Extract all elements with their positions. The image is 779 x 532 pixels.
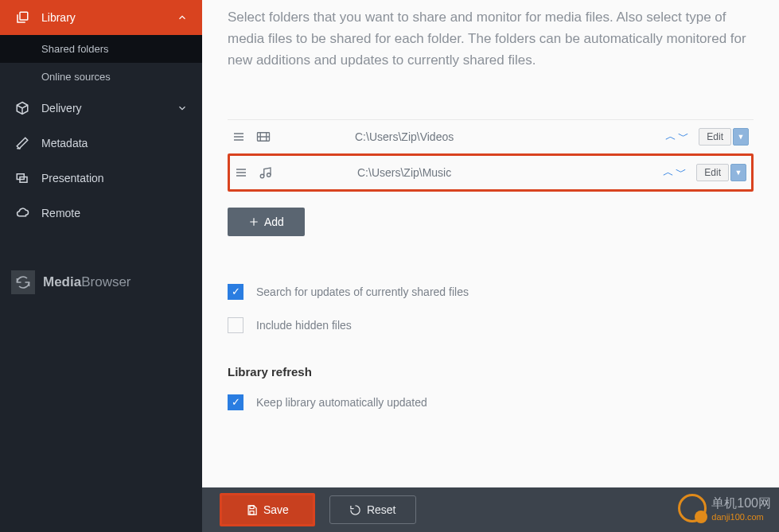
- logo-text: MediaBrowser: [43, 274, 131, 290]
- chevron-down-icon: [177, 103, 188, 114]
- folder-row: C:\Users\Zip\Videos ︿﹀ Edit ▼: [228, 119, 754, 153]
- edit-button[interactable]: Edit: [696, 164, 729, 181]
- add-button-label: Add: [264, 216, 284, 228]
- watermark-icon: [678, 494, 707, 522]
- reset-button-label: Reset: [367, 503, 396, 516]
- sync-icon: [11, 270, 35, 294]
- library-refresh-title: Library refresh: [228, 365, 754, 379]
- add-button[interactable]: Add: [228, 208, 305, 236]
- plus-icon: [248, 216, 259, 227]
- sidebar-item-label: Delivery: [41, 102, 82, 115]
- folder-path: C:\Users\Zip\Videos: [283, 130, 665, 143]
- reset-icon: [349, 504, 361, 516]
- sidebar-item-label: Presentation: [41, 172, 104, 184]
- description: Select folders that you want to share an…: [228, 0, 754, 72]
- content: Select folders that you want to share an…: [202, 0, 779, 487]
- option-hidden-files: Include hidden files: [228, 317, 754, 333]
- option-search-updates: ✓ Search for updates of currently shared…: [228, 284, 754, 300]
- copy-icon: [14, 10, 30, 25]
- option-label: Include hidden files: [256, 319, 352, 332]
- watermark: 单机100网 danji100.com: [678, 494, 771, 522]
- checkbox-hidden-files[interactable]: [228, 317, 243, 333]
- folder-row: C:\Users\Zip\Music ︿﹀ Edit ▼: [228, 153, 754, 192]
- drag-handle-icon[interactable]: [235, 166, 252, 179]
- sidebar-item-library[interactable]: Library: [0, 0, 202, 35]
- svg-rect-6: [250, 505, 254, 508]
- reset-button[interactable]: Reset: [329, 495, 416, 524]
- layers-icon: [14, 170, 30, 186]
- video-icon: [256, 130, 283, 144]
- sidebar-item-label: Library: [41, 11, 76, 24]
- svg-rect-0: [20, 12, 28, 20]
- edit-button[interactable]: Edit: [699, 128, 731, 146]
- drag-handle-icon[interactable]: [232, 130, 250, 143]
- sidebar-item-delivery[interactable]: Delivery: [0, 91, 202, 126]
- save-button[interactable]: Save: [220, 493, 315, 526]
- folder-list: C:\Users\Zip\Videos ︿﹀ Edit ▼ C:\Users\Z…: [228, 119, 754, 192]
- options: ✓ Search for updates of currently shared…: [228, 284, 754, 410]
- option-auto-update: ✓ Keep library automatically updated: [228, 394, 754, 410]
- sidebar-subitem-shared-folders[interactable]: Shared folders: [0, 35, 202, 63]
- logo: MediaBrowser: [0, 254, 202, 310]
- chevron-up-icon: [177, 12, 188, 23]
- checkbox-auto-update[interactable]: ✓: [228, 394, 243, 410]
- edit-icon: [14, 135, 30, 151]
- edit-dropdown-icon[interactable]: ▼: [730, 164, 746, 181]
- sidebar: Library Shared folders Online sources De…: [0, 0, 202, 532]
- music-icon: [259, 165, 286, 180]
- edit-dropdown-icon[interactable]: ▼: [733, 128, 749, 146]
- option-label: Keep library automatically updated: [256, 396, 427, 409]
- sidebar-item-presentation[interactable]: Presentation: [0, 161, 202, 196]
- watermark-text: 单机100网: [711, 495, 771, 512]
- sidebar-item-metadata[interactable]: Metadata: [0, 126, 202, 161]
- sidebar-subitem-online-sources[interactable]: Online sources: [0, 63, 202, 91]
- move-up-down-icon[interactable]: ︿﹀: [663, 165, 688, 180]
- folder-path: C:\Users\Zip\Music: [286, 166, 663, 179]
- cloud-icon: [14, 205, 30, 221]
- sidebar-item-label: Remote: [41, 207, 80, 219]
- watermark-subtext: danji100.com: [711, 512, 771, 522]
- save-button-label: Save: [263, 503, 289, 516]
- save-icon: [246, 504, 258, 516]
- option-label: Search for updates of currently shared f…: [256, 285, 469, 298]
- checkbox-search-updates[interactable]: ✓: [228, 284, 243, 300]
- sidebar-item-label: Metadata: [41, 137, 88, 150]
- sidebar-item-remote[interactable]: Remote: [0, 196, 202, 231]
- svg-rect-7: [250, 511, 254, 514]
- main: Select folders that you want to share an…: [202, 0, 779, 532]
- move-up-down-icon[interactable]: ︿﹀: [665, 130, 691, 144]
- box-icon: [14, 100, 30, 116]
